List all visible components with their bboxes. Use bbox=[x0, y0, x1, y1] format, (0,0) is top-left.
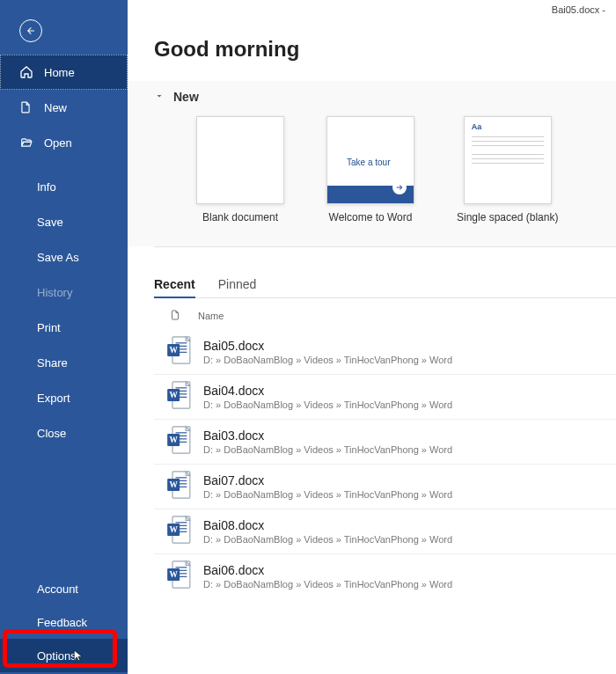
svg-text:W: W bbox=[170, 392, 179, 400]
file-name: Bai05.docx bbox=[203, 339, 452, 353]
document-column-icon bbox=[170, 309, 182, 323]
take-tour-text: Take a tour bbox=[347, 158, 390, 167]
word-file-icon: W bbox=[166, 470, 191, 503]
sidebar-item-home[interactable]: Home bbox=[0, 55, 128, 90]
sidebar-item-open[interactable]: Open bbox=[0, 125, 128, 160]
template-blank[interactable]: Blank document bbox=[196, 116, 284, 223]
svg-text:W: W bbox=[170, 571, 179, 580]
recent-file-row[interactable]: W Bai06.docx D: » DoBaoNamBlog » Videos … bbox=[154, 553, 616, 598]
recent-file-row[interactable]: W Bai04.docx D: » DoBaoNamBlog » Videos … bbox=[154, 374, 616, 419]
page-icon bbox=[19, 100, 33, 114]
sidebar-bottom-group: Account Feedback Options bbox=[0, 572, 128, 674]
file-name: Bai04.docx bbox=[203, 384, 452, 398]
file-path: D: » DoBaoNamBlog » Videos » TinHocVanPh… bbox=[203, 399, 452, 410]
template-single-spaced-label: Single spaced (blank) bbox=[457, 211, 558, 223]
word-file-icon: W bbox=[166, 380, 191, 414]
sidebar-item-info[interactable]: Info bbox=[0, 169, 128, 204]
new-section-header[interactable]: New bbox=[154, 90, 616, 104]
template-welcome-label: Welcome to Word bbox=[329, 211, 413, 223]
sidebar-label-home: Home bbox=[44, 66, 75, 79]
file-path: D: » DoBaoNamBlog » Videos » TinHocVanPh… bbox=[203, 489, 452, 500]
titlebar: Bai05.docx - bbox=[128, 0, 616, 19]
sidebar-label-open: Open bbox=[44, 136, 72, 150]
file-path: D: » DoBaoNamBlog » Videos » TinHocVanPh… bbox=[203, 579, 452, 590]
folder-icon bbox=[19, 136, 33, 149]
home-icon bbox=[19, 65, 33, 79]
name-column-label: Name bbox=[198, 311, 224, 321]
backstage-sidebar: Home New Open Info Save Save As History … bbox=[0, 0, 128, 674]
tour-arrow-icon bbox=[392, 180, 407, 194]
sidebar-item-print[interactable]: Print bbox=[0, 310, 128, 345]
file-text: Bai07.docx D: » DoBaoNamBlog » Videos » … bbox=[203, 473, 452, 500]
word-file-icon: W bbox=[166, 335, 191, 369]
template-blank-label: Blank document bbox=[202, 211, 278, 223]
sidebar-secondary-group: Info Save Save As History Print Share Ex… bbox=[0, 169, 128, 451]
recent-file-list: W Bai05.docx D: » DoBaoNamBlog » Videos … bbox=[154, 330, 616, 598]
template-list: Blank document Take a tour Welcome to Wo… bbox=[154, 116, 616, 223]
single-spaced-aa: Aa bbox=[472, 122, 482, 131]
template-welcome-thumb: Take a tour bbox=[326, 116, 414, 204]
sidebar-label-new: New bbox=[44, 101, 67, 114]
recent-file-row[interactable]: W Bai05.docx D: » DoBaoNamBlog » Videos … bbox=[154, 330, 616, 374]
chevron-down-icon bbox=[154, 90, 165, 104]
recent-file-row[interactable]: W Bai08.docx D: » DoBaoNamBlog » Videos … bbox=[154, 509, 616, 553]
svg-text:W: W bbox=[170, 526, 179, 535]
file-text: Bai04.docx D: » DoBaoNamBlog » Videos » … bbox=[203, 384, 452, 410]
greeting-heading: Good morning bbox=[154, 37, 616, 62]
file-list-header: Name bbox=[154, 298, 616, 330]
file-name: Bai06.docx bbox=[203, 563, 452, 577]
sidebar-item-history[interactable]: History bbox=[0, 275, 128, 310]
sidebar-item-share[interactable]: Share bbox=[0, 345, 128, 380]
sidebar-item-options[interactable]: Options bbox=[0, 639, 128, 672]
divider bbox=[154, 246, 616, 247]
sidebar-item-close[interactable]: Close bbox=[0, 415, 128, 451]
file-name: Bai07.docx bbox=[203, 473, 452, 487]
file-text: Bai06.docx D: » DoBaoNamBlog » Videos » … bbox=[203, 563, 452, 590]
word-file-icon: W bbox=[166, 560, 191, 593]
backstage-main: Bai05.docx - Good morning New Blank docu… bbox=[128, 0, 616, 674]
tab-pinned[interactable]: Pinned bbox=[218, 277, 257, 298]
file-text: Bai03.docx D: » DoBaoNamBlog » Videos » … bbox=[203, 429, 452, 455]
new-section: New Blank document Take a tour Welcome bbox=[128, 81, 616, 246]
file-path: D: » DoBaoNamBlog » Videos » TinHocVanPh… bbox=[203, 444, 452, 455]
svg-text:W: W bbox=[170, 347, 179, 355]
sidebar-item-new[interactable]: New bbox=[0, 90, 128, 125]
word-file-icon: W bbox=[166, 425, 191, 458]
new-section-label: New bbox=[173, 90, 199, 104]
file-text: Bai05.docx D: » DoBaoNamBlog » Videos » … bbox=[203, 339, 452, 365]
sidebar-item-feedback[interactable]: Feedback bbox=[0, 605, 128, 639]
content-area: Good morning New Blank document Take a t… bbox=[128, 19, 616, 598]
recent-file-row[interactable]: W Bai03.docx D: » DoBaoNamBlog » Videos … bbox=[154, 419, 616, 464]
tab-recent[interactable]: Recent bbox=[154, 277, 195, 298]
svg-text:W: W bbox=[170, 481, 179, 490]
file-text: Bai08.docx D: » DoBaoNamBlog » Videos » … bbox=[203, 518, 452, 545]
file-path: D: » DoBaoNamBlog » Videos » TinHocVanPh… bbox=[203, 355, 452, 365]
file-name: Bai08.docx bbox=[203, 518, 452, 532]
recent-file-row[interactable]: W Bai07.docx D: » DoBaoNamBlog » Videos … bbox=[154, 464, 616, 509]
template-welcome[interactable]: Take a tour Welcome to Word bbox=[326, 116, 414, 223]
recent-tabs: Recent Pinned bbox=[154, 277, 616, 298]
sidebar-item-export[interactable]: Export bbox=[0, 380, 128, 415]
sidebar-item-save[interactable]: Save bbox=[0, 204, 128, 239]
back-button[interactable] bbox=[19, 19, 42, 42]
word-file-icon: W bbox=[166, 515, 191, 548]
sidebar-item-saveas[interactable]: Save As bbox=[0, 239, 128, 275]
back-arrow-icon bbox=[26, 26, 36, 36]
sidebar-primary-group: Home New Open bbox=[0, 55, 128, 160]
svg-text:W: W bbox=[170, 436, 179, 445]
file-path: D: » DoBaoNamBlog » Videos » TinHocVanPh… bbox=[203, 534, 452, 545]
file-name: Bai03.docx bbox=[203, 429, 452, 443]
template-blank-thumb bbox=[196, 116, 284, 204]
template-single-spaced[interactable]: Aa Single spaced (blank) bbox=[457, 116, 558, 223]
sidebar-item-account[interactable]: Account bbox=[0, 572, 128, 605]
template-single-spaced-thumb: Aa bbox=[464, 116, 552, 204]
